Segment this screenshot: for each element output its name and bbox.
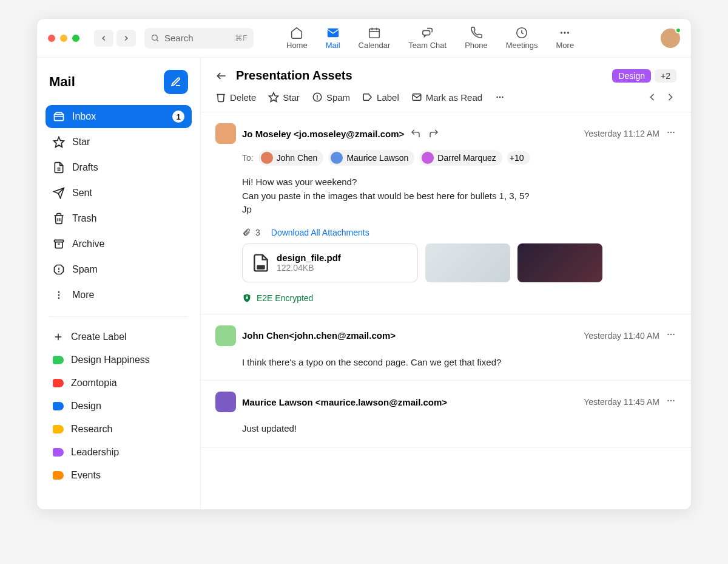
user-avatar[interactable]: [661, 29, 680, 48]
tool-star[interactable]: Star: [268, 92, 300, 103]
svg-point-7: [561, 32, 562, 33]
svg-point-45: [670, 400, 672, 401]
label-leadership[interactable]: Leadership: [46, 442, 192, 463]
label-zoomtopia[interactable]: Zoomtopia: [46, 373, 192, 393]
recipient-chip[interactable]: Darrel Marquez: [419, 150, 502, 166]
folder-archive[interactable]: Archive: [46, 233, 192, 256]
message-more-icon[interactable]: [666, 329, 676, 342]
presence-dot: [675, 27, 681, 33]
back-icon[interactable]: [215, 70, 228, 82]
label-color-icon: [53, 425, 64, 433]
label-design-happiness[interactable]: Design Happiness: [46, 350, 192, 370]
label-color-icon: [53, 448, 64, 457]
folder-trash[interactable]: Trash: [46, 207, 192, 230]
folder-inbox[interactable]: Inbox1: [46, 105, 192, 128]
tool-delete[interactable]: Delete: [215, 92, 256, 103]
minimize-window[interactable]: [60, 35, 67, 42]
main-pane: Presentation Assets Design +2 Delete Sta…: [201, 58, 691, 509]
tool-mark-read[interactable]: Mark as Read: [411, 92, 482, 103]
maximize-window[interactable]: [72, 35, 79, 42]
svg-point-46: [673, 400, 674, 401]
message-more-icon[interactable]: [666, 127, 676, 140]
message-body: I think there's a typo on the second pag…: [242, 356, 676, 370]
message-item[interactable]: Maurice Lawson <maurice.lawson@zmail.com…: [201, 381, 691, 447]
folder-star[interactable]: Star: [46, 131, 192, 154]
tab-team-chat[interactable]: Team Chat: [408, 26, 447, 50]
svg-marker-11: [54, 137, 64, 148]
svg-point-30: [317, 99, 318, 100]
search-icon: [150, 33, 160, 42]
svg-point-22: [58, 294, 60, 296]
tab-calendar[interactable]: Calendar: [359, 26, 391, 50]
shield-icon: [242, 293, 252, 303]
label-design[interactable]: Design: [46, 396, 192, 416]
message-time: Yesterday 11:12 AM: [584, 129, 659, 138]
label-events[interactable]: Events: [46, 465, 192, 486]
attachment-thumbnail[interactable]: [517, 243, 602, 282]
svg-point-37: [673, 132, 674, 133]
tab-mail[interactable]: Mail: [326, 26, 340, 50]
label-color-icon: [53, 356, 64, 364]
file-name: design_file.pdf: [277, 253, 341, 263]
sidebar-divider: [49, 316, 188, 317]
search-box[interactable]: Search ⌘F: [144, 28, 254, 49]
thread-label-chip[interactable]: Design: [612, 69, 651, 83]
nav-arrows: [94, 30, 136, 47]
recipient-extra[interactable]: +10: [507, 151, 530, 165]
search-placeholder: Search: [164, 33, 194, 43]
reply-icon[interactable]: [410, 128, 421, 139]
recipient-chip[interactable]: Maurice Lawson: [328, 150, 414, 166]
folder-drafts[interactable]: Drafts: [46, 156, 192, 179]
tab-home[interactable]: Home: [286, 26, 308, 50]
download-all-link[interactable]: Download All Attachments: [271, 228, 369, 237]
label-color-icon: [53, 379, 64, 387]
tool-more[interactable]: [494, 92, 505, 103]
label-research[interactable]: Research: [46, 419, 192, 440]
thread-toolbar: Delete Star Spam Label Mark as Read: [201, 91, 691, 112]
tool-label[interactable]: Label: [362, 92, 399, 103]
window-controls: [48, 35, 79, 42]
nav-forward[interactable]: [116, 30, 136, 47]
sender-avatar: [215, 392, 236, 412]
tab-meetings[interactable]: Meetings: [506, 26, 538, 50]
svg-point-36: [670, 132, 672, 133]
recipient-avatar: [422, 152, 434, 164]
svg-point-0: [152, 35, 158, 41]
message-item[interactable]: John Chen<john.chen@zmail.com> Yesterday…: [201, 314, 691, 381]
next-message-icon[interactable]: [664, 91, 676, 103]
sidebar: Mail Inbox1 Star Drafts Sent Trash Archi…: [37, 58, 201, 509]
thread-extra-chip[interactable]: +2: [655, 69, 676, 83]
close-window[interactable]: [48, 35, 55, 42]
message-list: Jo Moseley <jo.moseley@zmail.com> Yester…: [201, 112, 691, 509]
recipient-chip[interactable]: John Chen: [258, 150, 324, 166]
tab-phone[interactable]: Phone: [465, 26, 488, 50]
label-color-icon: [53, 471, 64, 480]
folder-spam[interactable]: Spam: [46, 258, 192, 281]
svg-point-33: [499, 97, 500, 98]
app-window: Search ⌘F Home Mail Calendar Team Chat P…: [36, 18, 692, 510]
recipient-avatar: [261, 152, 273, 164]
prev-message-icon[interactable]: [646, 91, 658, 103]
svg-point-42: [670, 333, 672, 335]
svg-point-32: [496, 97, 497, 98]
attachment-file[interactable]: PDF design_file.pdf 122.04KB: [242, 243, 418, 282]
message-body: Hi! How was your weekend? Can you paste …: [242, 175, 676, 217]
attach-count: 3: [255, 228, 260, 237]
message-item: Jo Moseley <jo.moseley@zmail.com> Yester…: [201, 112, 691, 314]
svg-point-34: [502, 97, 503, 98]
create-label[interactable]: Create Label: [46, 327, 192, 347]
tool-spam[interactable]: Spam: [312, 92, 350, 103]
svg-point-43: [673, 333, 674, 335]
folder-more[interactable]: More: [46, 284, 192, 307]
forward-icon[interactable]: [428, 128, 439, 139]
message-from: John Chen<john.chen@zmail.com>: [242, 330, 396, 341]
label-color-icon: [53, 402, 64, 410]
svg-point-35: [667, 132, 669, 133]
tab-more[interactable]: More: [556, 26, 575, 50]
attachment-thumbnail[interactable]: [425, 243, 510, 282]
folder-sent[interactable]: Sent: [46, 182, 192, 205]
compose-button[interactable]: [164, 70, 188, 94]
nav-back[interactable]: [94, 30, 113, 47]
message-more-icon[interactable]: [666, 395, 676, 409]
recipient-avatar: [331, 152, 343, 164]
